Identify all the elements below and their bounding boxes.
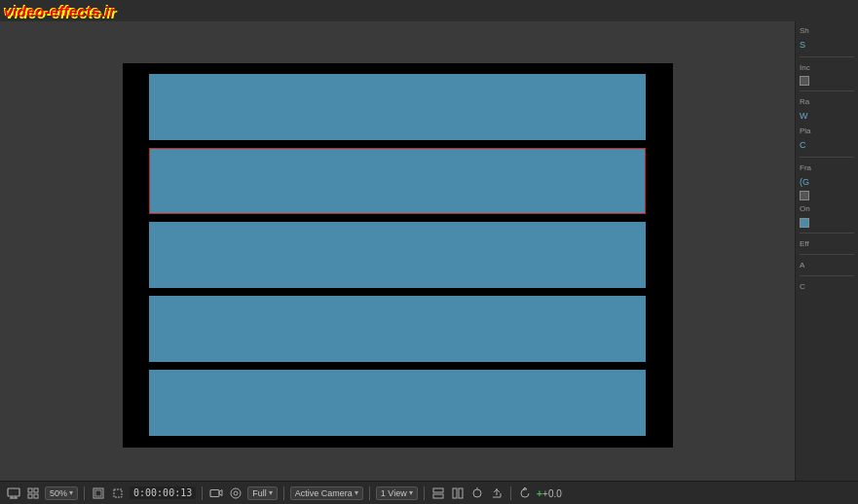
view-label: 1 View bbox=[381, 488, 407, 498]
view-arrow: ▾ bbox=[409, 488, 413, 497]
layout-icon-1[interactable] bbox=[430, 486, 446, 501]
right-panel-section5-value: (G bbox=[800, 176, 854, 189]
right-panel-divider6 bbox=[800, 275, 854, 276]
blue-bar-3 bbox=[149, 222, 646, 288]
svg-rect-9 bbox=[95, 490, 101, 496]
right-panel-checkbox3[interactable] bbox=[800, 218, 854, 228]
right-panel-section1-label: Sh bbox=[800, 25, 854, 36]
bottom-toolbar: 50% ▾ 0:00:00:13 Full ▾ Active Camera ▾ … bbox=[0, 481, 858, 504]
camera-icon[interactable] bbox=[208, 486, 224, 501]
blue-bar-4 bbox=[149, 296, 646, 362]
svg-rect-17 bbox=[453, 488, 457, 498]
svg-point-13 bbox=[231, 488, 241, 498]
right-panel-section3-value: W bbox=[800, 110, 854, 123]
color-wheel-icon[interactable] bbox=[228, 486, 243, 501]
layout-icon-2[interactable] bbox=[450, 486, 466, 501]
svg-rect-15 bbox=[433, 488, 443, 492]
right-panel-section1-value: S bbox=[800, 39, 854, 52]
svg-rect-10 bbox=[114, 489, 122, 497]
viewer-area bbox=[0, 21, 795, 481]
camera-arrow: ▾ bbox=[354, 488, 358, 497]
right-panel-section5-label: Fra bbox=[800, 162, 854, 173]
right-panel-section9-label: C bbox=[800, 281, 854, 292]
svg-rect-11 bbox=[210, 490, 219, 497]
camera-dropdown[interactable]: Active Camera ▾ bbox=[290, 486, 363, 500]
right-panel-section4-label: Pla bbox=[800, 126, 854, 136]
right-panel-section3-label: Ra bbox=[800, 96, 854, 107]
plus-value: +0.0 bbox=[542, 488, 562, 499]
quality-value: Full bbox=[252, 488, 267, 498]
separator2 bbox=[202, 486, 203, 500]
separator6 bbox=[510, 486, 511, 500]
blue-bar-5 bbox=[149, 370, 646, 436]
right-panel-divider5 bbox=[800, 254, 854, 255]
separator4 bbox=[369, 486, 370, 500]
main-content: Sh S Inc Ra W Pla C Fra (G On Eff A C bbox=[0, 21, 858, 481]
camera-label: Active Camera bbox=[295, 488, 353, 498]
svg-rect-7 bbox=[34, 494, 38, 498]
right-panel-section2-label: Inc bbox=[800, 62, 854, 73]
time-display[interactable]: 0:00:00:13 bbox=[130, 486, 196, 499]
svg-rect-5 bbox=[34, 488, 38, 492]
svg-rect-4 bbox=[28, 488, 32, 492]
monitor-icon[interactable] bbox=[6, 486, 21, 501]
svg-rect-0 bbox=[8, 488, 19, 496]
crop-icon[interactable] bbox=[110, 486, 126, 501]
watermark-text: video-effects.ir bbox=[4, 3, 115, 19]
svg-point-19 bbox=[473, 489, 481, 497]
view-dropdown[interactable]: 1 View ▾ bbox=[376, 486, 418, 500]
separator1 bbox=[84, 486, 85, 500]
zoom-value: 50% bbox=[50, 488, 67, 498]
separator5 bbox=[424, 486, 425, 500]
plus-value-display: ++0.0 bbox=[537, 487, 562, 499]
right-panel-section8-label: A bbox=[800, 260, 854, 270]
svg-point-14 bbox=[234, 491, 238, 495]
snapshot-icon[interactable] bbox=[469, 486, 485, 501]
right-panel-divider3 bbox=[800, 157, 854, 158]
right-panel-checkbox1[interactable] bbox=[800, 76, 854, 86]
right-panel-checkbox2[interactable] bbox=[800, 191, 854, 200]
zoom-dropdown[interactable]: 50% ▾ bbox=[45, 486, 78, 500]
blue-bar-2 bbox=[149, 148, 646, 214]
grid-icon[interactable] bbox=[25, 486, 41, 501]
svg-rect-6 bbox=[28, 494, 32, 498]
right-panel-section6-label: On bbox=[800, 203, 854, 214]
right-panel-section7-label: Eff bbox=[800, 238, 854, 249]
checkbox1[interactable] bbox=[800, 76, 809, 86]
right-panel-section4-value: C bbox=[800, 139, 854, 152]
svg-rect-8 bbox=[93, 488, 103, 498]
svg-rect-16 bbox=[433, 494, 443, 498]
right-panel-divider1 bbox=[800, 56, 854, 57]
rotation-icon[interactable] bbox=[517, 486, 533, 501]
zoom-arrow: ▾ bbox=[69, 488, 73, 497]
right-panel: Sh S Inc Ra W Pla C Fra (G On Eff A C bbox=[795, 21, 858, 481]
export-icon[interactable] bbox=[489, 486, 504, 501]
checkbox2[interactable] bbox=[800, 191, 809, 200]
separator3 bbox=[283, 486, 284, 500]
right-panel-divider4 bbox=[800, 233, 854, 234]
top-bar: video-effects.ir bbox=[0, 0, 858, 21]
quality-arrow: ▾ bbox=[269, 488, 273, 497]
svg-rect-18 bbox=[459, 488, 463, 498]
checkbox3-checked[interactable] bbox=[800, 218, 809, 228]
quality-dropdown[interactable]: Full ▾ bbox=[247, 486, 278, 500]
composition-viewer bbox=[123, 63, 673, 448]
blue-bar-1 bbox=[149, 74, 646, 140]
frame-icon[interactable] bbox=[91, 486, 106, 501]
right-panel-divider2 bbox=[800, 90, 854, 91]
